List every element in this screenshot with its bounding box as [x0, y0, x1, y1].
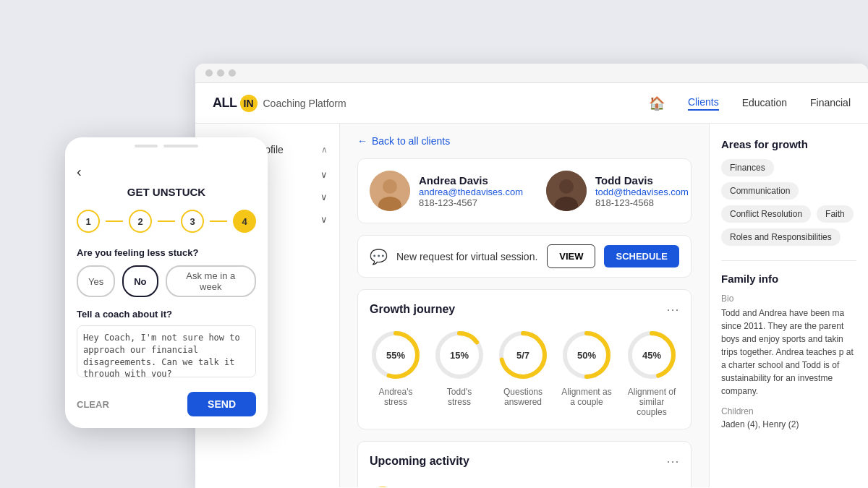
view-button[interactable]: VIEW [547, 244, 595, 268]
client-card-todd: Todd Davis todd@thedavises.com 818-123-4… [546, 171, 689, 211]
todd-phone: 818-123-4568 [595, 197, 689, 208]
browser-dot-red [205, 69, 213, 77]
step-line-2 [158, 221, 175, 222]
phone-back-button[interactable]: ‹ [77, 163, 256, 180]
back-to-clients-link[interactable]: ← Back to all clients [357, 135, 692, 147]
growth-journey-card: Growth journey ⋯ 55% Andrea'sstres [357, 289, 692, 429]
sidebar-sub-chevron-2: ∨ [320, 192, 328, 202]
phone-screen-title: GET UNSTUCK [77, 186, 256, 198]
browser-dot-green [229, 69, 236, 77]
chart-50-text: 50% [577, 350, 596, 361]
client-card-andrea: Andrea Davis andrea@thedavises.com 818-1… [370, 171, 523, 211]
upcoming-menu[interactable]: ⋯ [666, 453, 679, 469]
step-1[interactable]: 1 [77, 210, 100, 233]
chart-todds-stress: 15% Todd'sstress [433, 329, 485, 417]
andrea-email[interactable]: andrea@thedavises.com [419, 187, 523, 197]
option-yes[interactable]: Yes [77, 265, 115, 297]
growth-charts: 55% Andrea'sstress 15% Tod [370, 329, 679, 417]
client-info-andrea: Andrea Davis andrea@thedavises.com 818-1… [419, 174, 523, 208]
bio-text: Todd and Andrea have been ma since 2011.… [721, 307, 856, 398]
question-1-text: Are you feeling less stuck? [77, 247, 256, 258]
sidebar-sub-chevron-1: ∨ [320, 169, 328, 180]
chart-57-label: Questionsanswered [503, 387, 542, 407]
phone-top-bar [65, 137, 268, 155]
svg-point-4 [559, 179, 574, 194]
chart-55-text: 55% [386, 350, 405, 361]
chat-icon: 💬 [370, 248, 388, 265]
tags-container: Finances Communication Conflict Resoluti… [721, 159, 856, 246]
logo-all-text: ALL [213, 95, 237, 111]
send-button[interactable]: SEND [187, 392, 256, 416]
growth-journey-menu[interactable]: ⋯ [666, 301, 679, 317]
upcoming-title: Upcoming activity [370, 455, 469, 468]
phone-actions: CLEAR SEND [77, 389, 256, 416]
phone-notch-left [135, 145, 158, 147]
nav-item-education[interactable]: Education [742, 97, 787, 110]
step-4[interactable]: 4 [233, 210, 256, 233]
phone-content: ‹ GET UNSTUCK 1 2 3 4 Are you feeling le… [65, 155, 268, 428]
app-header: ALL IN Coaching Platform 🏠 Clients Educa… [195, 83, 868, 124]
andrea-phone: 818-123-4567 [419, 197, 523, 208]
radio-row: Yes No Ask me in a week [77, 265, 256, 297]
coach-textarea[interactable]: Hey Coach, I'm not sure how to approach … [77, 325, 256, 377]
tag-faith: Faith [817, 205, 854, 223]
chart-questions: 5/7 Questionsanswered [497, 329, 549, 417]
option-no[interactable]: No [122, 265, 158, 297]
logo-in-badge: IN [240, 95, 258, 112]
main-content: ← Back to all clients Andrea Davis [340, 124, 709, 487]
chart-50-label: Alignment asa couple [561, 387, 611, 407]
step-3[interactable]: 3 [181, 210, 204, 233]
home-icon[interactable]: 🏠 [649, 95, 665, 111]
areas-growth-title: Areas for growth [721, 138, 856, 150]
steps-row: 1 2 3 4 [77, 210, 256, 233]
andrea-name: Andrea Davis [419, 174, 523, 187]
client-info-todd: Todd Davis todd@thedavises.com 818-123-4… [595, 174, 689, 208]
clear-button[interactable]: CLEAR [77, 399, 109, 410]
phone-overlay: ‹ GET UNSTUCK 1 2 3 4 Are you feeling le… [65, 137, 268, 428]
tag-finances: Finances [721, 159, 774, 176]
circular-50: 50% [561, 329, 613, 381]
logo: ALL IN Coaching Platform [213, 95, 346, 112]
sidebar-sub-chevron-3: ∨ [320, 214, 328, 225]
growth-journey-title: Growth journey [370, 303, 455, 316]
tag-communication: Communication [721, 182, 799, 200]
chart-15-label: Todd'sstress [447, 387, 472, 407]
nav-item-clients[interactable]: Clients [688, 96, 719, 111]
main-nav: 🏠 Clients Education Financial [649, 95, 851, 111]
schedule-button[interactable]: SCHEDULE [604, 245, 679, 267]
chart-andreas-stress: 55% Andrea'sstress [370, 329, 422, 417]
circular-45: 45% [626, 329, 678, 381]
chart-55-label: Andrea'sstress [379, 387, 413, 407]
logo-subtitle: Coaching Platform [263, 98, 346, 109]
todd-name: Todd Davis [595, 174, 689, 187]
sidebar-chevron-up: ∧ [321, 145, 328, 155]
chart-45-label: Alignment ofsimilar couples [624, 387, 679, 417]
chart-alignment-couple: 50% Alignment asa couple [561, 329, 613, 417]
app-body: 👤 Client profile ∧ d ∨ ∨ ation ∨ ← [195, 124, 868, 487]
step-line-3 [210, 221, 227, 222]
chart-alignment-similar: 45% Alignment ofsimilar couples [624, 329, 679, 417]
back-link-text: Back to all clients [372, 135, 450, 147]
right-panel: Areas for growth Finances Communication … [709, 124, 868, 487]
notification-bar: 💬 New request for virtual session. VIEW … [357, 235, 692, 278]
step-2[interactable]: 2 [129, 210, 152, 233]
upcoming-item-1: Jan Monthly check-in [370, 481, 679, 487]
bio-label: Bio [721, 294, 856, 304]
chart-45-text: 45% [642, 350, 661, 361]
todd-email[interactable]: todd@thedavises.com [595, 187, 689, 197]
browser-window: ALL IN Coaching Platform 🏠 Clients Educa… [195, 64, 868, 488]
circular-57: 5/7 [497, 329, 549, 381]
upcoming-month-jan: Jan [370, 487, 396, 487]
nav-item-financial[interactable]: Financial [810, 97, 851, 110]
children-label: Children [721, 406, 856, 416]
notification-text: New request for virtual session. [396, 251, 538, 262]
circular-15: 15% [433, 329, 485, 381]
tag-roles: Roles and Responsibilities [721, 228, 841, 246]
client-cards: Andrea Davis andrea@thedavises.com 818-1… [357, 158, 692, 223]
growth-journey-header: Growth journey ⋯ [370, 301, 679, 317]
chart-57-text: 5/7 [516, 350, 529, 361]
option-ask[interactable]: Ask me in a week [166, 265, 256, 297]
svg-point-1 [383, 179, 397, 194]
upcoming-header: Upcoming activity ⋯ [370, 453, 679, 469]
back-arrow-icon: ← [357, 135, 367, 147]
